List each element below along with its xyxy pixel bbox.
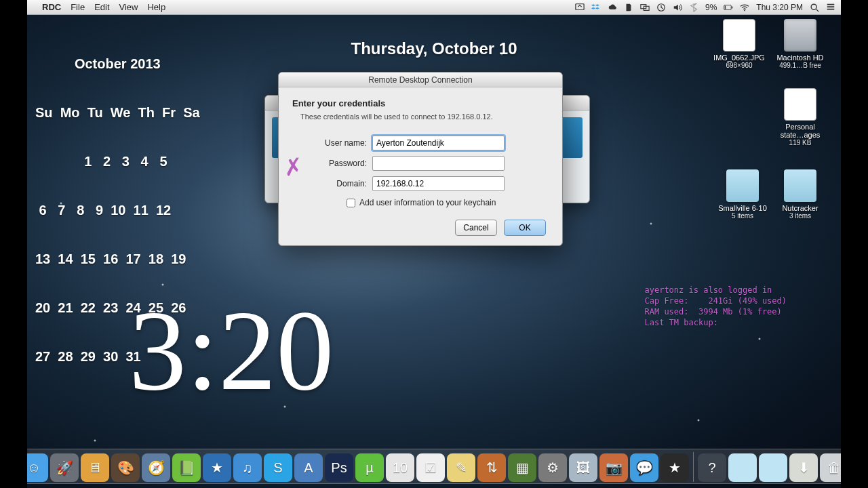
dock-icon-systemprefs[interactable]: ⚙ [538,453,567,482]
volume-icon[interactable] [673,3,682,12]
battery-percent[interactable]: 9% [705,3,717,12]
calendar-title: October 2013 [35,56,200,72]
dialog-title: Remote Desktop Connection [279,73,562,87]
notification-center-icon[interactable] [826,3,835,12]
dialog-subtext: These credentials will be used to connec… [300,113,549,121]
dock-icon-utorrent[interactable]: µ [355,453,384,482]
dock-icon-transmission[interactable]: ⇅ [477,453,506,482]
displays-icon[interactable] [640,3,650,12]
credentials-dialog: Remote Desktop Connection Enter your cre… [278,72,563,246]
dock-icon-anki[interactable]: ★ [203,453,231,482]
cancel-button[interactable]: Cancel [455,220,497,236]
menu-edit[interactable]: Edit [94,2,109,12]
dock-icon-preview[interactable]: 🖼 [569,453,597,482]
desktop-icon-sub: 698×960 [712,62,766,69]
evernote-menubar-icon[interactable] [624,3,633,12]
dock-icon-downloads[interactable]: ⬇ [789,453,818,482]
username-label: User name: [292,138,367,148]
dock-separator [693,452,694,482]
ok-button[interactable]: OK [504,220,546,236]
keychain-checkbox[interactable] [347,199,355,207]
keychain-label: Add user information to your keychain [359,198,496,207]
calendar-row: 1 2 3 4 5 [35,153,200,169]
desktop-icon-label: Nutcracker [773,204,827,212]
dock-icon-help[interactable]: ? [698,453,726,482]
menu-view[interactable]: View [119,2,138,12]
app-menu[interactable]: RDC [42,2,61,12]
image-file-icon [723,19,755,52]
timemachine-icon[interactable] [656,3,666,12]
desktop-icon-label: Macintosh HD [773,54,827,62]
dock-icon-photobooth[interactable]: 📷 [599,453,628,482]
dock-icon-ical[interactable]: 10 [386,453,414,482]
dock-icon-notes[interactable]: ✎ [447,453,475,482]
desktop-icon-image[interactable]: IMG_0662.JPG 698×960 [712,19,766,69]
dock-icon-appstore[interactable]: A [294,453,323,482]
folder-icon [726,169,759,202]
desktop-icon-sub: 5 items [715,212,770,220]
desktop-icon-folder-nutcracker[interactable]: Nutcracker 3 items [773,169,827,220]
dock-icon-minecraft[interactable]: ▦ [508,453,536,482]
desktop-icon-sub: 499.1…B free [773,62,827,69]
dock-icon-skype[interactable]: S [264,453,292,482]
document-icon [784,88,816,121]
system-status-text: ayertonz is also logged in Cap Free: 241… [644,285,787,328]
calendar-row: 6 7 8 9 10 11 12 [35,202,200,218]
domain-input[interactable] [372,176,505,191]
dock-icon-trash[interactable]: 🗑 [820,453,841,482]
desktop-icon-folder-smallville[interactable]: Smallville 6-10 5 items [715,169,770,220]
dock-icon-evernote[interactable]: 📗 [172,453,201,482]
dock-icon-imovie[interactable]: ★ [660,453,689,482]
desktop-icon-macintosh-hd[interactable]: Macintosh HD 499.1…B free [773,19,827,69]
svg-point-7 [744,9,745,11]
date-heading: Thursday, October 10 [351,39,517,58]
password-input[interactable] [372,156,505,171]
dock-icon-launchpad[interactable]: 🚀 [50,453,79,482]
password-label: Password: [292,159,367,168]
menu-file[interactable]: File [71,2,85,12]
menubar: RDC File Edit View Help 9% Thu 3:20 PM [27,0,841,15]
desktop-icon-label: Personal state…ages [773,123,827,139]
username-input[interactable] [372,136,505,150]
dock-icon-rdc[interactable]: 🖥 [81,453,109,482]
dialog-heading: Enter your credentials [292,98,549,108]
domain-label: Domain: [292,179,367,188]
menu-help[interactable]: Help [147,2,165,12]
desktop-icon-label: IMG_0662.JPG [712,54,766,62]
desktop-icon-sub: 3 items [773,212,827,220]
dock-icon-photoshop[interactable]: Ps [325,453,353,482]
calendar-header: Su Mo Tu We Th Fr Sa [35,104,200,121]
svg-rect-5 [732,6,732,8]
cloud-icon[interactable] [608,3,617,12]
folder-icon [784,169,816,202]
desktop-icon-sub: 119 KB [773,139,827,146]
dock-icon-itunes[interactable]: ♫ [233,453,262,482]
bluetooth-icon[interactable] [689,3,698,12]
desktop-icon-label: Smallville 6-10 [715,204,770,212]
menubar-clock[interactable]: Thu 3:20 PM [756,3,803,12]
harddrive-icon [784,19,816,52]
dock-icon-messages[interactable]: 💬 [630,453,658,482]
calendar-row: 13 14 15 16 17 18 19 [35,251,200,267]
svg-rect-6 [725,5,726,9]
dock: ☺🚀🖥🎨🧭📗★♫SAPsµ10☑✎⇅▦⚙🖼📷💬★?⬇🗑 [27,449,841,484]
clock-widget: 3:20 [129,285,334,417]
dock-icon-safari[interactable]: 🧭 [142,453,170,482]
wifi-icon[interactable] [740,3,749,12]
dock-icon-finder[interactable]: ☺ [27,453,48,482]
dock-icon-gimp[interactable]: 🎨 [111,453,140,482]
spotlight-icon[interactable] [810,3,819,12]
dock-icon-applications[interactable] [728,453,757,482]
battery-icon[interactable] [724,3,733,12]
desktop-icon-document[interactable]: Personal state…ages 119 KB [773,88,827,146]
desktop: RDC File Edit View Help 9% Thu 3:20 PM T… [27,0,841,488]
dropbox-icon[interactable] [591,3,601,12]
dock-icon-documents[interactable] [759,453,787,482]
dock-icon-reminders[interactable]: ☑ [416,453,445,482]
svg-point-8 [811,4,816,9]
screenshare-icon[interactable] [575,3,585,12]
